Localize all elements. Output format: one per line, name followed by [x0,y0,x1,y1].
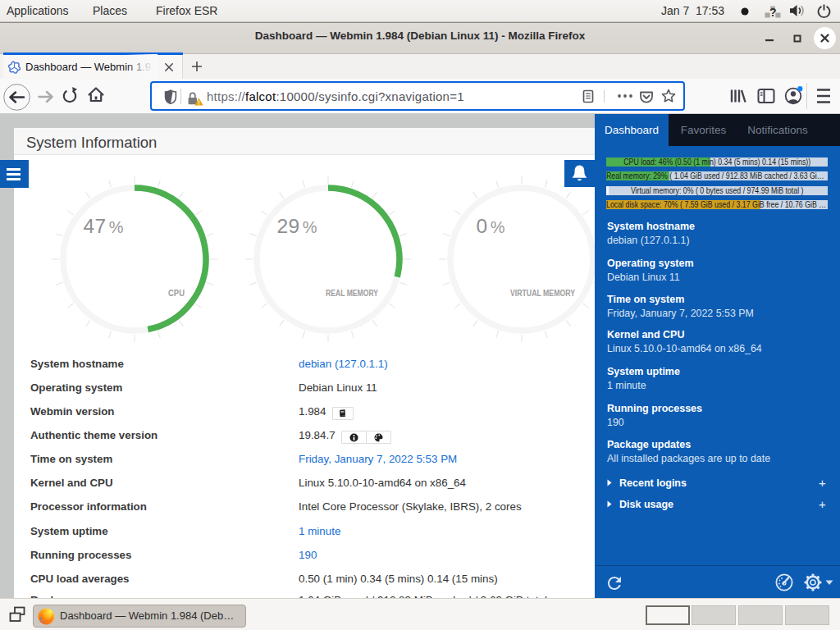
svg-text:CPU: CPU [168,288,185,298]
svg-text:REAL MEMORY: REAL MEMORY [326,288,378,298]
svg-text:?: ? [769,6,777,19]
svg-text:0%: 0% [477,215,505,237]
svg-text:VIRTUAL MEMORY: VIRTUAL MEMORY [510,288,575,298]
svg-text:29%: 29% [276,215,317,237]
svg-text:47%: 47% [83,215,123,237]
